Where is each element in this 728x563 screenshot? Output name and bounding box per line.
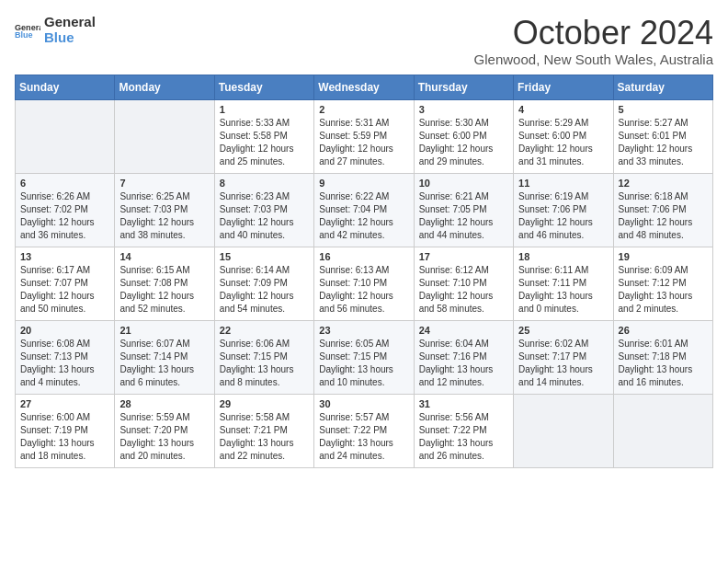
day-info: Sunrise: 6:15 AM Sunset: 7:08 PM Dayligh… <box>119 264 209 316</box>
calendar-cell: 9Sunrise: 6:22 AM Sunset: 7:04 PM Daylig… <box>314 173 414 247</box>
day-info: Sunrise: 6:05 AM Sunset: 7:15 PM Dayligh… <box>319 338 408 389</box>
calendar-cell: 1Sunrise: 5:33 AM Sunset: 5:58 PM Daylig… <box>214 99 313 173</box>
header-day-monday: Monday <box>115 75 214 99</box>
day-info: Sunrise: 6:00 AM Sunset: 7:19 PM Dayligh… <box>20 411 109 463</box>
day-info: Sunrise: 5:59 AM Sunset: 7:20 PM Dayligh… <box>119 411 209 463</box>
day-number: 18 <box>518 251 608 262</box>
day-number: 9 <box>319 178 408 189</box>
day-number: 22 <box>220 325 309 336</box>
week-row-4: 20Sunrise: 6:08 AM Sunset: 7:13 PM Dayli… <box>16 320 713 394</box>
header-day-thursday: Thursday <box>414 75 513 99</box>
calendar-cell <box>115 99 214 173</box>
calendar-cell: 25Sunrise: 6:02 AM Sunset: 7:17 PM Dayli… <box>514 320 613 394</box>
week-row-5: 27Sunrise: 6:00 AM Sunset: 7:19 PM Dayli… <box>16 394 713 467</box>
calendar-body: 1Sunrise: 5:33 AM Sunset: 5:58 PM Daylig… <box>16 99 713 467</box>
calendar-cell <box>514 394 613 467</box>
day-number: 1 <box>220 104 309 115</box>
calendar-cell <box>613 394 712 467</box>
calendar-cell: 2Sunrise: 5:31 AM Sunset: 5:59 PM Daylig… <box>314 99 414 173</box>
day-number: 25 <box>518 325 608 336</box>
title-block: October 2024 Glenwood, New South Wales, … <box>474 15 713 67</box>
calendar-cell: 20Sunrise: 6:08 AM Sunset: 7:13 PM Dayli… <box>16 320 115 394</box>
logo: General Blue General Blue <box>15 15 96 45</box>
day-info: Sunrise: 6:13 AM Sunset: 7:10 PM Dayligh… <box>319 264 408 316</box>
day-info: Sunrise: 6:21 AM Sunset: 7:05 PM Dayligh… <box>419 190 508 242</box>
day-number: 5 <box>619 104 708 115</box>
day-info: Sunrise: 5:56 AM Sunset: 7:22 PM Dayligh… <box>419 411 508 463</box>
day-info: Sunrise: 6:18 AM Sunset: 7:06 PM Dayligh… <box>619 190 708 242</box>
day-number: 2 <box>319 104 408 115</box>
calendar-cell: 18Sunrise: 6:11 AM Sunset: 7:11 PM Dayli… <box>514 247 613 320</box>
day-info: Sunrise: 6:07 AM Sunset: 7:14 PM Dayligh… <box>119 338 209 389</box>
calendar-cell: 26Sunrise: 6:01 AM Sunset: 7:18 PM Dayli… <box>613 320 712 394</box>
day-info: Sunrise: 6:22 AM Sunset: 7:04 PM Dayligh… <box>319 190 408 242</box>
day-info: Sunrise: 6:26 AM Sunset: 7:02 PM Dayligh… <box>20 190 109 242</box>
day-number: 13 <box>20 251 109 262</box>
calendar-cell: 13Sunrise: 6:17 AM Sunset: 7:07 PM Dayli… <box>16 247 115 320</box>
calendar-cell: 3Sunrise: 5:30 AM Sunset: 6:00 PM Daylig… <box>414 99 513 173</box>
day-number: 31 <box>419 398 508 409</box>
calendar-cell: 6Sunrise: 6:26 AM Sunset: 7:02 PM Daylig… <box>16 173 115 247</box>
day-info: Sunrise: 6:04 AM Sunset: 7:16 PM Dayligh… <box>419 338 508 389</box>
day-info: Sunrise: 5:57 AM Sunset: 7:22 PM Dayligh… <box>319 411 408 463</box>
day-number: 11 <box>518 178 608 189</box>
page-header: General Blue General Blue October 2024 G… <box>15 15 713 67</box>
calendar-cell: 22Sunrise: 6:06 AM Sunset: 7:15 PM Dayli… <box>214 320 313 394</box>
calendar-cell <box>16 99 115 173</box>
day-info: Sunrise: 6:09 AM Sunset: 7:12 PM Dayligh… <box>619 264 708 316</box>
calendar-table: SundayMondayTuesdayWednesdayThursdayFrid… <box>15 75 713 468</box>
day-number: 23 <box>319 325 408 336</box>
day-info: Sunrise: 6:02 AM Sunset: 7:17 PM Dayligh… <box>518 338 608 389</box>
calendar-cell: 8Sunrise: 6:23 AM Sunset: 7:03 PM Daylig… <box>214 173 313 247</box>
day-info: Sunrise: 5:27 AM Sunset: 6:01 PM Dayligh… <box>619 117 708 168</box>
day-info: Sunrise: 5:33 AM Sunset: 5:58 PM Dayligh… <box>220 117 309 168</box>
day-number: 28 <box>119 398 209 409</box>
day-info: Sunrise: 6:25 AM Sunset: 7:03 PM Dayligh… <box>119 190 209 242</box>
day-number: 10 <box>419 178 508 189</box>
header-day-wednesday: Wednesday <box>314 75 414 99</box>
calendar-cell: 28Sunrise: 5:59 AM Sunset: 7:20 PM Dayli… <box>115 394 214 467</box>
day-info: Sunrise: 6:17 AM Sunset: 7:07 PM Dayligh… <box>20 264 109 316</box>
logo-blue: Blue <box>44 30 96 46</box>
day-number: 16 <box>319 251 408 262</box>
day-info: Sunrise: 5:58 AM Sunset: 7:21 PM Dayligh… <box>220 411 309 463</box>
calendar-cell: 5Sunrise: 5:27 AM Sunset: 6:01 PM Daylig… <box>613 99 712 173</box>
day-number: 30 <box>319 398 408 409</box>
header-day-saturday: Saturday <box>613 75 712 99</box>
logo-general: General <box>44 15 96 30</box>
day-info: Sunrise: 6:01 AM Sunset: 7:18 PM Dayligh… <box>619 338 708 389</box>
location-subtitle: Glenwood, New South Wales, Australia <box>474 52 713 67</box>
day-number: 12 <box>619 178 708 189</box>
day-info: Sunrise: 6:11 AM Sunset: 7:11 PM Dayligh… <box>518 264 608 316</box>
day-info: Sunrise: 5:30 AM Sunset: 6:00 PM Dayligh… <box>419 117 508 168</box>
day-info: Sunrise: 6:06 AM Sunset: 7:15 PM Dayligh… <box>220 338 309 389</box>
day-number: 19 <box>619 251 708 262</box>
day-info: Sunrise: 5:31 AM Sunset: 5:59 PM Dayligh… <box>319 117 408 168</box>
header-day-sunday: Sunday <box>16 75 115 99</box>
calendar-cell: 17Sunrise: 6:12 AM Sunset: 7:10 PM Dayli… <box>414 247 513 320</box>
calendar-cell: 30Sunrise: 5:57 AM Sunset: 7:22 PM Dayli… <box>314 394 414 467</box>
calendar-cell: 14Sunrise: 6:15 AM Sunset: 7:08 PM Dayli… <box>115 247 214 320</box>
calendar-cell: 7Sunrise: 6:25 AM Sunset: 7:03 PM Daylig… <box>115 173 214 247</box>
svg-text:Blue: Blue <box>15 30 33 40</box>
header-day-tuesday: Tuesday <box>214 75 313 99</box>
day-number: 17 <box>419 251 508 262</box>
day-number: 26 <box>619 325 708 336</box>
calendar-cell: 21Sunrise: 6:07 AM Sunset: 7:14 PM Dayli… <box>115 320 214 394</box>
header-row: SundayMondayTuesdayWednesdayThursdayFrid… <box>16 75 713 99</box>
calendar-cell: 10Sunrise: 6:21 AM Sunset: 7:05 PM Dayli… <box>414 173 513 247</box>
calendar-cell: 15Sunrise: 6:14 AM Sunset: 7:09 PM Dayli… <box>214 247 313 320</box>
day-number: 7 <box>119 178 209 189</box>
day-info: Sunrise: 6:08 AM Sunset: 7:13 PM Dayligh… <box>20 338 109 389</box>
calendar-header: SundayMondayTuesdayWednesdayThursdayFrid… <box>16 75 713 99</box>
day-number: 15 <box>220 251 309 262</box>
day-number: 3 <box>419 104 508 115</box>
day-info: Sunrise: 6:23 AM Sunset: 7:03 PM Dayligh… <box>220 190 309 242</box>
calendar-cell: 29Sunrise: 5:58 AM Sunset: 7:21 PM Dayli… <box>214 394 313 467</box>
day-info: Sunrise: 6:14 AM Sunset: 7:09 PM Dayligh… <box>220 264 309 316</box>
calendar-cell: 4Sunrise: 5:29 AM Sunset: 6:00 PM Daylig… <box>514 99 613 173</box>
calendar-cell: 24Sunrise: 6:04 AM Sunset: 7:16 PM Dayli… <box>414 320 513 394</box>
calendar-cell: 16Sunrise: 6:13 AM Sunset: 7:10 PM Dayli… <box>314 247 414 320</box>
calendar-cell: 11Sunrise: 6:19 AM Sunset: 7:06 PM Dayli… <box>514 173 613 247</box>
day-info: Sunrise: 6:19 AM Sunset: 7:06 PM Dayligh… <box>518 190 608 242</box>
